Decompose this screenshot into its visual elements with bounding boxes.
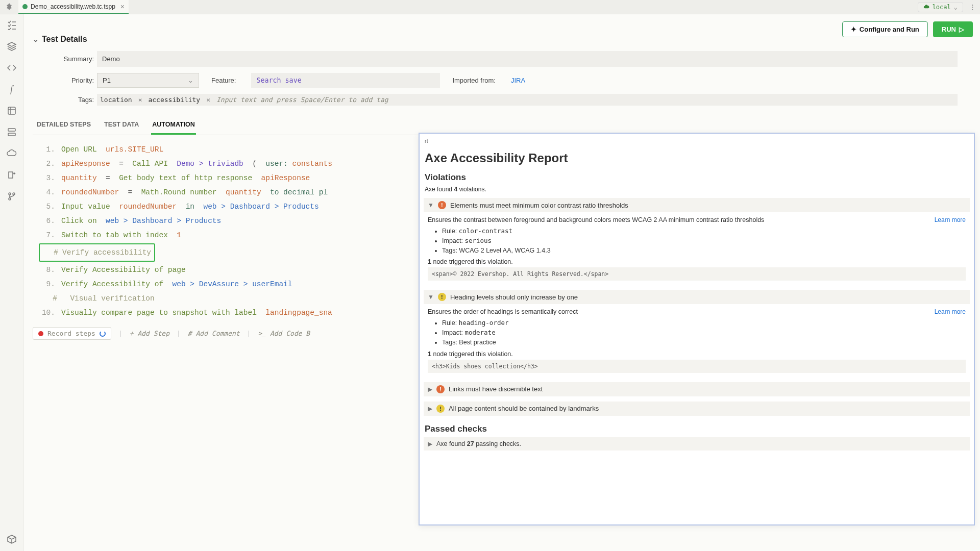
violation-header[interactable]: ▼!Elements must meet minimum color contr… <box>424 198 970 212</box>
violation-impact: Impact: moderate <box>442 328 966 338</box>
feature-label: Feature: <box>211 77 239 84</box>
close-icon[interactable]: × <box>120 3 125 11</box>
violation-title: All page content should be contained by … <box>449 405 599 412</box>
priority-select[interactable]: P1 ⌄ <box>97 73 199 88</box>
tag-text: accessibility <box>148 96 200 104</box>
test-details-header[interactable]: ⌄ Test Details <box>33 35 971 44</box>
tags-label: Tags: <box>46 96 97 104</box>
run-label: RUN <box>942 26 956 33</box>
code-icon[interactable] <box>6 62 17 73</box>
severity-icon: ! <box>436 385 445 393</box>
cloud-icon[interactable] <box>6 148 17 159</box>
progress-icon <box>100 331 106 337</box>
disclosure-icon: ▼ <box>428 293 434 300</box>
violation-item: ▼!Elements must meet minimum color contr… <box>424 198 970 285</box>
function-icon[interactable]: f <box>6 84 17 95</box>
package-icon[interactable] <box>6 534 17 545</box>
svg-point-5 <box>13 193 15 195</box>
separator: | <box>247 330 251 337</box>
tag-chip: location × <box>100 96 144 104</box>
violation-description: Ensures the order of headings is semanti… <box>428 308 578 315</box>
feature-input[interactable] <box>251 73 440 88</box>
violation-node-note: 1 node triggered this violation. <box>428 258 966 265</box>
tasks-icon[interactable] <box>6 19 17 31</box>
violation-rule: Rule: color-contrast <box>442 227 966 236</box>
disclosure-icon: ▼ <box>428 202 434 209</box>
run-button[interactable]: RUN ▷ <box>933 21 973 37</box>
report-breadcrumb: rt <box>425 138 970 144</box>
imported-from-label: Imported from: <box>452 77 499 84</box>
violation-snippet: <h3>Kids shoes collection</h3> <box>428 360 966 373</box>
chevron-down-icon: ⌄ <box>33 35 39 43</box>
step-comment-highlighted[interactable]: # Verify accessibility <box>39 243 155 262</box>
violations-heading: Violations <box>425 172 969 183</box>
violation-item: ▶!Links must have discernible text <box>424 382 970 396</box>
axe-report-panel: rt Axe Accessibility Report Violations A… <box>419 133 975 525</box>
tab-automation[interactable]: AUTOMATION <box>151 116 196 135</box>
editor-tab[interactable]: Demo_accessibility.web.tc.tspp × <box>18 0 129 14</box>
tab-detailed-steps[interactable]: DETAILED STEPS <box>36 116 92 135</box>
violation-impact: Impact: serious <box>442 236 966 246</box>
add-comment-button[interactable]: # Add Comment <box>188 330 240 337</box>
learn-more-link[interactable]: Learn more <box>935 216 966 223</box>
learn-more-link[interactable]: Learn more <box>935 308 966 315</box>
tag-chip: accessibility × <box>148 96 212 104</box>
add-step-button[interactable]: + Add Step <box>130 330 169 337</box>
more-menu-icon[interactable]: ⋮ <box>969 3 976 11</box>
violation-tags: Tags: WCAG 2 Level AA, WCAG 1.4.3 <box>442 246 966 256</box>
tab-dirty-indicator-icon <box>22 4 28 9</box>
branch-icon[interactable] <box>6 191 17 202</box>
report-title: Axe Accessibility Report <box>425 151 969 165</box>
severity-icon: ! <box>436 405 445 413</box>
tags-input[interactable]: location × accessibility × Input text an… <box>97 94 958 106</box>
svg-rect-2 <box>8 133 15 136</box>
layers-icon[interactable] <box>6 41 17 52</box>
disclosure-icon: ▶ <box>428 386 432 393</box>
server-icon[interactable] <box>6 127 17 138</box>
severity-icon: ! <box>438 201 446 209</box>
record-label: Record steps <box>47 330 95 337</box>
violation-title: Elements must meet minimum color contras… <box>450 202 628 209</box>
svg-point-3 <box>9 193 11 195</box>
environment-label: local <box>933 4 951 11</box>
environment-selector[interactable]: local ⌄ <box>918 2 963 12</box>
record-steps-button[interactable]: Record steps <box>33 327 111 340</box>
violation-description: Ensures the contrast between foreground … <box>428 216 764 223</box>
section-title: Test Details <box>42 35 87 44</box>
configure-run-button[interactable]: ✦ Configure and Run <box>842 21 928 37</box>
chevron-down-icon: ⌄ <box>954 4 958 11</box>
tab-test-data[interactable]: TEST DATA <box>103 116 140 135</box>
wand-icon: ✦ <box>851 26 856 33</box>
summary-label: Summary: <box>46 55 97 63</box>
record-icon <box>38 331 43 336</box>
violation-header[interactable]: ▶!Links must have discernible text <box>424 382 970 396</box>
separator: | <box>177 330 181 337</box>
add-code-button[interactable]: >_ Add Code B <box>258 330 310 337</box>
export-icon[interactable] <box>6 169 17 181</box>
summary-input[interactable] <box>97 51 958 67</box>
priority-value: P1 <box>103 77 111 84</box>
violation-item: ▶!All page content should be contained b… <box>424 402 970 416</box>
passed-checks-row[interactable]: ▶ Axe found 27 passing checks. <box>424 437 970 450</box>
svg-point-4 <box>9 198 11 200</box>
violation-header[interactable]: ▼!Heading levels should only increase by… <box>424 290 970 304</box>
priority-label: Priority: <box>46 77 97 84</box>
cloud-icon <box>923 4 929 10</box>
chevron-down-icon: ⌄ <box>188 77 193 84</box>
severity-icon: ! <box>438 293 446 301</box>
svg-rect-1 <box>8 129 15 131</box>
separator: | <box>118 330 122 337</box>
tag-remove-icon[interactable]: × <box>136 96 144 104</box>
tag-remove-icon[interactable]: × <box>204 96 212 104</box>
violation-snippet: <span>© 2022 Evershop. All Rights Reserv… <box>428 267 966 281</box>
play-icon: ▷ <box>959 26 964 33</box>
tags-placeholder: Input text and press Space/Enter to add … <box>216 96 388 104</box>
violation-header[interactable]: ▶!All page content should be contained b… <box>424 402 970 416</box>
passed-checks-heading: Passed checks <box>425 424 969 434</box>
imported-from-link[interactable]: JIRA <box>511 77 525 84</box>
passed-summary: Axe found 27 passing checks. <box>436 440 521 447</box>
violation-item: ▼!Heading levels should only increase by… <box>424 290 970 377</box>
violation-tags: Tags: Best practice <box>442 338 966 347</box>
data-icon[interactable] <box>6 105 17 116</box>
violation-title: Heading levels should only increase by o… <box>450 293 578 301</box>
